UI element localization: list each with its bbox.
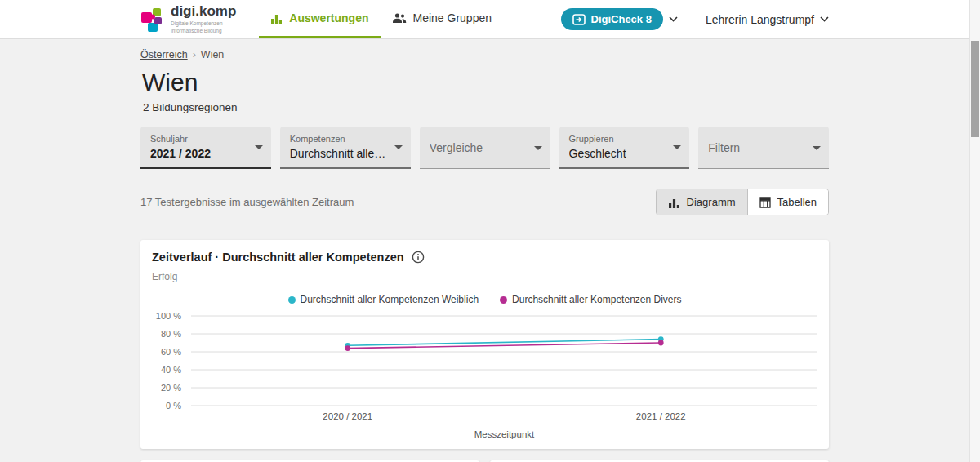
filter-schuljahr[interactable]: Schuljahr 2021 / 2022 bbox=[140, 127, 271, 169]
table-view-button[interactable]: Tabellen bbox=[747, 189, 828, 215]
logo-tagline-line1: Digitale Kompetenzen bbox=[171, 20, 236, 27]
legend-item-divers: Durchschnitt aller Kompetenzen Divers bbox=[500, 294, 681, 305]
user-name: Lehrerin Langstrumpf bbox=[706, 13, 814, 26]
digikomp-logo[interactable]: digi.komp Digitale Kompetenzen Informati… bbox=[140, 4, 236, 33]
digicheck-button[interactable]: DigiCheck 8 bbox=[561, 8, 663, 30]
diagram-view-label: Diagramm bbox=[687, 196, 736, 208]
legend-item-weiblich: Durchschnitt aller Kompetenzen Weiblich bbox=[288, 294, 479, 305]
page-title: Wien bbox=[142, 69, 829, 96]
info-icon[interactable] bbox=[412, 251, 425, 264]
digicheck-label: DigiCheck 8 bbox=[591, 13, 652, 25]
digicheck-launch-icon bbox=[572, 14, 586, 25]
page-subtitle: 2 Bildungsregionen bbox=[143, 101, 829, 113]
chart-title: Zeitverlauf · Durchschnitt aller Kompete… bbox=[152, 251, 404, 264]
dropdown-arrow-icon bbox=[394, 145, 403, 149]
filter-kompetenzen[interactable]: Kompetenzen Durchschnitt aller Kom... bbox=[280, 127, 411, 169]
people-icon bbox=[392, 12, 407, 24]
diagram-view-button[interactable]: Diagramm bbox=[657, 189, 747, 215]
breadcrumb-link-oesterreich[interactable]: Österreich bbox=[140, 49, 188, 60]
scrollbar-thumb[interactable] bbox=[971, 41, 979, 137]
bar-chart-icon bbox=[270, 12, 283, 24]
dropdown-arrow-icon bbox=[255, 145, 263, 149]
filter-label: Kompetenzen bbox=[290, 134, 388, 144]
logo-tagline-line2: Informatische Bildung bbox=[171, 28, 236, 34]
legend-dot bbox=[500, 296, 507, 304]
chart-legend: Durchschnitt aller Kompetenzen Weiblich … bbox=[152, 294, 817, 305]
main-content: Österreich › Wien Wien 2 Bildungsregione… bbox=[140, 39, 829, 462]
vertical-scrollbar bbox=[969, 0, 980, 462]
legend-dot bbox=[288, 296, 296, 304]
breadcrumb-current: Wien bbox=[201, 49, 224, 60]
user-chevron-down-icon bbox=[820, 16, 829, 22]
filter-value: Vergleiche bbox=[430, 141, 528, 154]
y-axis-ticks: 100 %80 %60 %40 %20 %0 % bbox=[152, 312, 186, 410]
line-chart-plot bbox=[191, 312, 817, 410]
filter-bar: Schuljahr 2021 / 2022 Kompetenzen Durchs… bbox=[140, 127, 829, 169]
filter-vergleiche[interactable]: Vergleiche bbox=[420, 127, 550, 169]
nav-item-meine-gruppen[interactable]: Meine Gruppen bbox=[381, 0, 504, 38]
legend-label: Durchschnitt aller Kompetenzen Weiblich bbox=[301, 294, 479, 305]
bar-chart-icon bbox=[668, 197, 680, 208]
legend-label: Durchschnitt aller Kompetenzen Divers bbox=[512, 294, 681, 305]
value-axis-caption: Erfolg bbox=[152, 271, 817, 282]
digicheck-chevron-down-icon[interactable] bbox=[669, 16, 678, 22]
filter-value: Durchschnitt aller Kom... bbox=[290, 147, 388, 160]
user-menu[interactable]: Lehrerin Langstrumpf bbox=[706, 13, 829, 26]
filter-value: 2021 / 2022 bbox=[150, 147, 248, 160]
filter-filtern[interactable]: Filtern bbox=[698, 127, 829, 169]
main-nav: Auswertungen Meine Gruppen bbox=[259, 0, 503, 38]
breadcrumb-separator: › bbox=[193, 49, 196, 60]
dropdown-arrow-icon bbox=[534, 146, 542, 150]
dropdown-arrow-icon bbox=[813, 146, 821, 150]
filter-value: Filtern bbox=[708, 141, 806, 154]
logo-title: digi.komp bbox=[171, 3, 236, 19]
nav-label-auswertungen: Auswertungen bbox=[289, 11, 368, 24]
view-toggle: Diagramm Tabellen bbox=[656, 189, 829, 215]
results-summary: 17 Testergebnisse im ausgewählten Zeitra… bbox=[140, 196, 354, 208]
timeline-chart-card: Zeitverlauf · Durchschnitt aller Kompete… bbox=[140, 240, 829, 449]
nav-item-auswertungen[interactable]: Auswertungen bbox=[259, 0, 380, 38]
dropdown-arrow-icon bbox=[673, 145, 681, 149]
filter-label: Schuljahr bbox=[150, 134, 248, 144]
x-axis-labels: 2020 / 20212021 / 2022 bbox=[191, 411, 817, 424]
filter-value: Geschlecht bbox=[569, 147, 667, 160]
nav-label-meine-gruppen: Meine Gruppen bbox=[413, 11, 492, 24]
top-navigation-bar: digi.komp Digitale Kompetenzen Informati… bbox=[0, 0, 980, 39]
breadcrumb: Österreich › Wien bbox=[140, 49, 829, 60]
x-axis-title: Messzeitpunkt bbox=[191, 429, 817, 439]
table-icon bbox=[760, 197, 771, 208]
puzzle-logo-icon bbox=[140, 6, 165, 33]
filter-label: Gruppieren bbox=[569, 134, 667, 144]
filter-gruppieren[interactable]: Gruppieren Geschlecht bbox=[559, 127, 690, 169]
table-view-label: Tabellen bbox=[777, 196, 817, 208]
